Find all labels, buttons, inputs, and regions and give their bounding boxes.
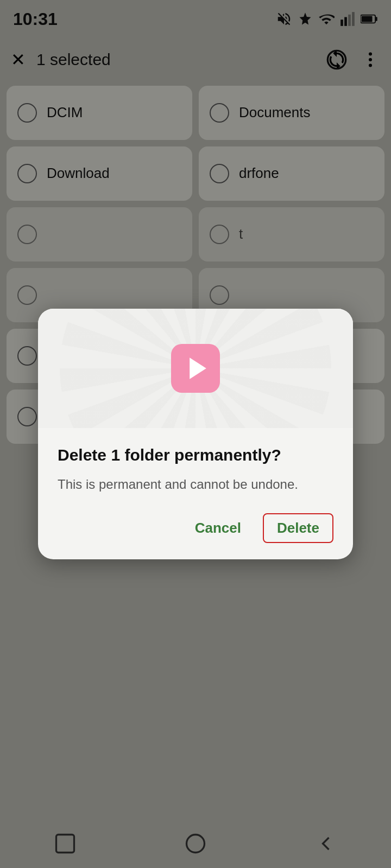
delete-dialog: Delete 1 folder permanently? This is per… (38, 309, 353, 559)
dialog-title: Delete 1 folder permanently? (58, 444, 333, 465)
dialog-buttons: Cancel Delete (58, 513, 333, 548)
dialog-body: Delete 1 folder permanently? This is per… (38, 428, 353, 559)
overlay: Delete 1 folder permanently? This is per… (0, 0, 391, 868)
dialog-message: This is permanent and cannot be undone. (58, 475, 333, 494)
dialog-hero (38, 309, 353, 428)
cancel-button[interactable]: Cancel (184, 513, 252, 543)
app-icon (171, 344, 220, 393)
delete-button[interactable]: Delete (263, 513, 333, 543)
